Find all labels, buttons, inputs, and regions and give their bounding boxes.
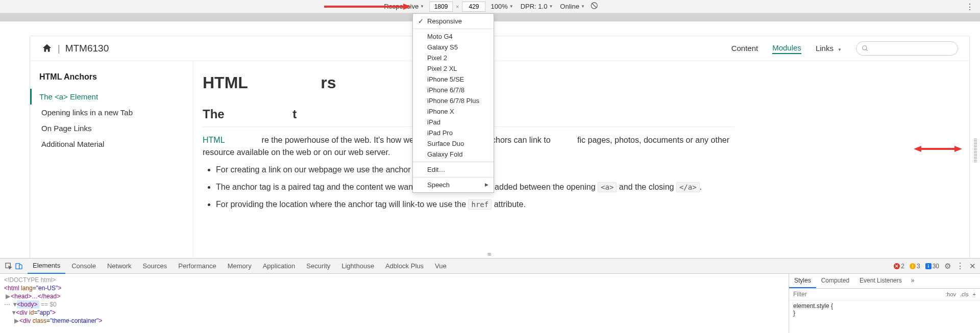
device-menu-item[interactable]: iPhone 6/7/8 (413, 85, 494, 95)
tab-vue[interactable]: Vue (430, 259, 452, 273)
throttle-dropdown[interactable]: Online ▼ (558, 2, 587, 11)
content: HTMLxxxxxxxxrs Thexxxxxxxxxxt HTMLxxxxxx… (193, 61, 969, 258)
dpr-label: DPR: 1.0 (521, 3, 548, 10)
chevron-down-icon: ▼ (838, 47, 842, 52)
code-inline: </a> (676, 182, 700, 192)
svg-rect-11 (19, 265, 22, 269)
home-icon[interactable] (41, 43, 53, 54)
page-title: MTM6130 (65, 43, 109, 54)
tab-console[interactable]: Console (66, 259, 101, 273)
svg-marker-8 (954, 146, 962, 152)
tab-security[interactable]: Security (301, 259, 335, 273)
code-inline: <a> (598, 182, 617, 192)
sidebar-item-on-page[interactable]: On Page Links (39, 120, 184, 136)
device-menu-item[interactable]: iPad (413, 117, 494, 127)
device-menu-item[interactable]: Surface Duo (413, 138, 494, 149)
list-item: For providing the location where the anc… (216, 198, 734, 211)
content-link[interactable]: HTML (203, 136, 225, 144)
styles-tab-computed[interactable]: Computed (816, 274, 854, 288)
tab-elements[interactable]: Elements (28, 258, 65, 274)
svg-point-2 (863, 46, 867, 50)
warnings-badge[interactable]: !3 (910, 263, 920, 270)
device-mode-icon[interactable] (14, 262, 23, 271)
device-menu-item[interactable]: Responsive (413, 16, 494, 27)
chevron-down-icon: ▼ (420, 4, 424, 9)
search-input[interactable] (856, 41, 958, 56)
devtools: Elements Console Network Sources Perform… (0, 258, 980, 333)
new-rule-button[interactable]: + (973, 291, 976, 297)
tab-adblock[interactable]: Adblock Plus (380, 259, 429, 273)
page-header: | MTM6130 Content Modules Links ▼ (30, 36, 969, 61)
dimension-separator: × (456, 4, 459, 10)
gear-icon[interactable]: ⚙ (944, 262, 951, 271)
throttle-label: Online (560, 3, 579, 10)
devtools-tabs: Elements Console Network Sources Perform… (0, 259, 980, 274)
styles-panel: Styles Computed Event Listeners » :hov .… (789, 274, 980, 333)
svg-line-3 (866, 49, 868, 51)
device-menu-item[interactable]: iPad Pro (413, 127, 494, 138)
chevron-down-icon: ▼ (509, 4, 513, 9)
svg-marker-5 (403, 4, 411, 10)
styles-rules[interactable]: element.style { } (789, 300, 980, 319)
zoom-dropdown[interactable]: 100% ▼ (488, 2, 515, 11)
styles-tab-styles[interactable]: Styles (789, 274, 816, 288)
errors-badge[interactable]: ✕2 (894, 263, 904, 270)
nav-links-label: Links (816, 44, 834, 53)
styles-tab-listeners[interactable]: Event Listeners (854, 274, 907, 288)
sidebar-item-a-element[interactable]: The <a> Element (30, 89, 184, 105)
styles-filter-input[interactable] (789, 289, 941, 300)
tab-sources[interactable]: Sources (138, 259, 173, 273)
tab-network[interactable]: Network (102, 259, 137, 273)
chevron-down-icon: ▼ (549, 4, 553, 9)
viewport-width-input[interactable] (429, 2, 453, 12)
device-menu-item[interactable]: Galaxy S5 (413, 42, 494, 53)
horizontal-resize-handle[interactable] (974, 139, 977, 163)
rotate-icon[interactable] (590, 2, 598, 11)
zoom-label: 100% (491, 3, 507, 10)
device-menu-item[interactable]: Pixel 2 (413, 53, 494, 63)
more-icon[interactable]: ⋮ (956, 261, 964, 271)
nav-links[interactable]: Links ▼ (816, 44, 842, 54)
elements-panel[interactable]: <!DOCTYPE html> <html lang="en-US"> ▶<he… (0, 274, 789, 333)
dpr-dropdown[interactable]: DPR: 1.0 ▼ (519, 2, 555, 11)
annotation-arrow (914, 145, 962, 154)
device-menu-item[interactable]: iPhone 5/SE (413, 74, 494, 85)
sidebar-item-additional[interactable]: Additional Material (39, 136, 184, 152)
annotation-arrow (324, 3, 411, 12)
styles-more-icon[interactable]: » (907, 274, 919, 288)
inspect-icon[interactable] (4, 262, 13, 271)
close-icon[interactable]: ✕ (969, 262, 976, 271)
device-menu-edit[interactable]: Edit… (413, 164, 494, 175)
hov-toggle[interactable]: :hov (945, 291, 956, 297)
nav-content[interactable]: Content (731, 44, 758, 54)
sidebar: HTML Anchors The <a> Element Opening lin… (30, 61, 193, 258)
tab-performance[interactable]: Performance (173, 259, 221, 273)
tab-memory[interactable]: Memory (223, 259, 257, 273)
more-options-icon[interactable]: ⋮ (966, 2, 974, 12)
messages-badge[interactable]: i30 (925, 263, 939, 270)
svg-line-1 (592, 3, 596, 8)
breadcrumb-separator: | (58, 43, 60, 54)
device-menu-item[interactable]: iPhone X (413, 106, 494, 117)
device-menu-item[interactable]: Moto G4 (413, 31, 494, 42)
device-toolbar: Responsive ▼ × 100% ▼ DPR: 1.0 ▼ Online … (0, 0, 980, 13)
sidebar-title: HTML Anchors (39, 72, 184, 82)
chevron-down-icon: ▼ (581, 4, 585, 9)
tab-lighthouse[interactable]: Lighthouse (336, 259, 379, 273)
sidebar-item-new-tab[interactable]: Opening links in a new Tab (39, 105, 184, 120)
vertical-resize-handle[interactable]: ≡ (487, 250, 493, 258)
device-menu-item[interactable]: Galaxy Fold (413, 149, 494, 160)
device-menu-item[interactable]: Pixel 2 XL (413, 63, 494, 74)
nav-modules[interactable]: Modules (772, 43, 801, 54)
device-menu-item[interactable]: iPhone 6/7/8 Plus (413, 95, 494, 106)
code-inline: href (468, 199, 492, 210)
device-menu: Responsive Moto G4 Galaxy S5 Pixel 2 Pix… (412, 13, 494, 193)
viewport-height-input[interactable] (462, 2, 485, 12)
tab-application[interactable]: Application (258, 259, 301, 273)
device-menu-speech[interactable]: Speech (413, 180, 494, 190)
search-icon (862, 45, 869, 52)
cls-toggle[interactable]: .cls (960, 291, 969, 297)
